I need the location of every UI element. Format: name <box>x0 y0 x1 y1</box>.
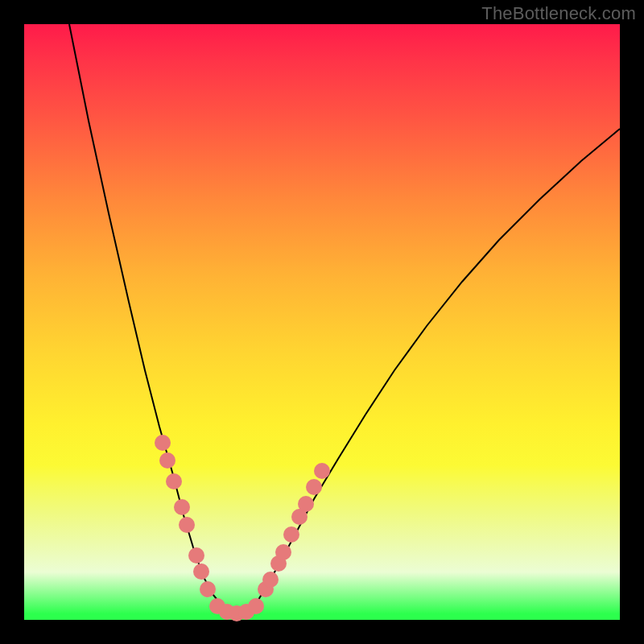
chart-svg <box>24 24 620 620</box>
bead-marker <box>155 435 171 451</box>
bead-marker <box>159 452 175 469</box>
bead-marker <box>283 526 299 543</box>
bead-marker <box>188 547 204 564</box>
bead-cluster-right <box>258 463 330 597</box>
curve-left-arm <box>69 24 221 604</box>
bead-marker <box>262 572 279 588</box>
bead-marker <box>174 499 190 515</box>
bead-marker <box>275 544 291 560</box>
bead-marker <box>298 496 314 512</box>
curve-right-arm <box>256 129 620 604</box>
bead-marker <box>166 473 182 489</box>
bead-marker <box>200 581 216 597</box>
bead-marker <box>248 598 264 614</box>
watermark-text: TheBottleneck.com <box>481 3 636 24</box>
bead-marker <box>179 517 195 533</box>
chart-plot-area <box>24 24 620 620</box>
bead-marker <box>193 564 209 580</box>
bead-cluster-left <box>155 435 216 597</box>
bead-marker <box>314 463 330 479</box>
bead-cluster-trough <box>209 598 264 621</box>
bead-marker <box>306 479 322 495</box>
